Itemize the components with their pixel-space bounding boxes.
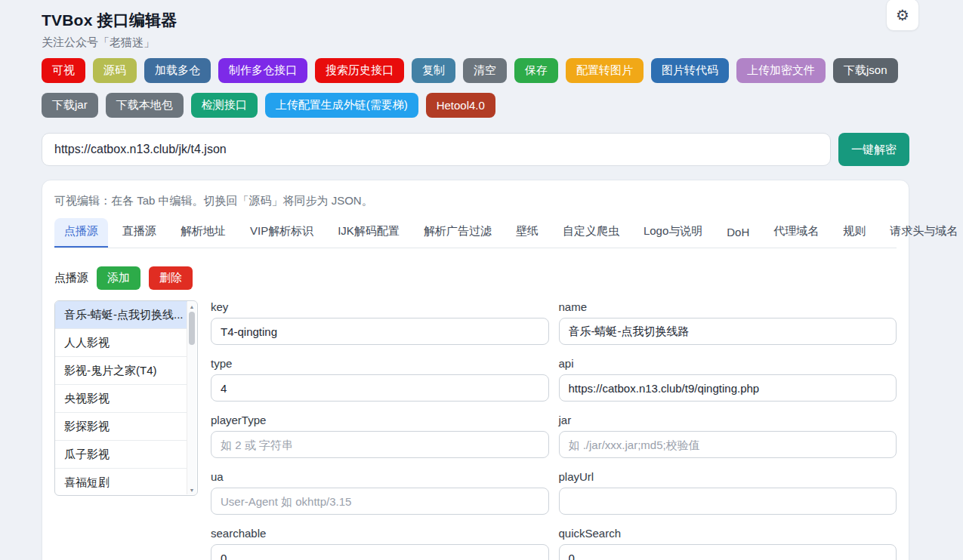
toolbar-row2-button-4[interactable]: Hetool4.0: [426, 93, 495, 118]
toolbar-row-2: 下载jar下载本地包检测接口上传配置生成外链(需要梯)Hetool4.0: [42, 93, 909, 118]
chevron-up-icon[interactable]: ▲: [187, 302, 196, 311]
form-field-type: type: [211, 357, 549, 402]
field-input-jar[interactable]: [559, 431, 897, 458]
field-label: name: [559, 300, 897, 313]
source-list-item[interactable]: 影视-鬼片之家(T4): [55, 357, 187, 385]
toolbar-row1-button-3[interactable]: 制作多仓接口: [218, 58, 307, 83]
field-input-type[interactable]: [211, 374, 549, 402]
tab-2[interactable]: 解析地址: [171, 218, 236, 248]
field-input-api[interactable]: [559, 374, 897, 402]
field-input-ua[interactable]: [211, 488, 549, 515]
field-label: ua: [211, 470, 549, 483]
toolbar-row1-button-6[interactable]: 清空: [463, 58, 507, 83]
field-label: playUrl: [559, 470, 897, 483]
field-label: quickSearch: [559, 527, 897, 540]
field-label: playerType: [211, 414, 549, 426]
form-field-ua: ua: [211, 470, 549, 515]
field-input-playerType[interactable]: [211, 431, 549, 458]
page: TVBox 接口编辑器 关注公众号「老猫迷」 ⚙ 可视源码加载多仓制作多仓接口搜…: [42, 0, 909, 560]
tab-3[interactable]: VIP解析标识: [240, 218, 323, 248]
toolbar-row1-button-7[interactable]: 保存: [514, 58, 558, 83]
form-field-searchable: searchable: [211, 527, 549, 560]
gear-icon: ⚙: [896, 6, 909, 24]
toolbar-row1-button-4[interactable]: 搜索历史接口: [315, 58, 404, 83]
editor-card: 可视编辑：在各 Tab 中编辑。切换回「源码」将同步为 JSON。 点播源直播源…: [42, 180, 909, 560]
url-row: 一键解密: [42, 133, 909, 166]
form-field-playUrl: playUrl: [559, 470, 897, 515]
form-field-quickSearch: quickSearch: [559, 527, 897, 560]
tab-10[interactable]: 代理域名: [764, 218, 829, 248]
source-list-item[interactable]: 影探影视: [55, 413, 187, 441]
scrollbar-thumb[interactable]: [189, 312, 195, 345]
tab-0[interactable]: 点播源: [54, 218, 108, 248]
page-subtitle: 关注公众号「老猫迷」: [42, 35, 909, 50]
section-label: 点播源: [54, 271, 88, 285]
field-label: jar: [559, 414, 897, 426]
section-row: 点播源 添加 删除: [54, 266, 897, 290]
toolbar-row2-button-3[interactable]: 上传配置生成外链(需要梯): [265, 93, 418, 118]
tabs-bar: 点播源直播源解析地址VIP解析标识IJK解码配置解析广告过滤壁纸自定义爬虫Log…: [54, 218, 897, 248]
toolbar-row1-button-8[interactable]: 配置转图片: [566, 58, 644, 83]
toolbar-row1-button-0[interactable]: 可视: [42, 58, 85, 83]
main-row: 音乐-蜻蜓-点我切换线...人人影视影视-鬼片之家(T4)央视影视影探影视瓜子影…: [54, 300, 897, 560]
source-list-item[interactable]: 音乐-蜻蜓-点我切换线...: [55, 301, 187, 329]
toolbar-row2-button-0[interactable]: 下载jar: [42, 93, 98, 118]
toolbar-row-1: 可视源码加载多仓制作多仓接口搜索历史接口复制清空保存配置转图片图片转代码上传加密…: [42, 58, 909, 83]
source-list-item[interactable]: 央视影视: [55, 385, 187, 413]
source-list-item[interactable]: 喜福短剧: [55, 469, 187, 496]
source-list: 音乐-蜻蜓-点我切换线...人人影视影视-鬼片之家(T4)央视影视影探影视瓜子影…: [54, 300, 198, 496]
toolbar-row1-button-11[interactable]: 下载json: [833, 58, 898, 83]
toolbar-row1-button-10[interactable]: 上传加密文件: [736, 58, 826, 83]
tab-5[interactable]: 解析广告过滤: [414, 218, 502, 248]
form-field-playerType: playerType: [211, 414, 549, 458]
field-input-playUrl[interactable]: [559, 488, 897, 515]
source-form: keynametypeapiplayerTypejaruaplayUrlsear…: [211, 300, 897, 560]
tab-9[interactable]: DoH: [717, 220, 759, 248]
tab-1[interactable]: 直播源: [113, 218, 166, 248]
source-list-item[interactable]: 人人影视: [55, 329, 187, 357]
field-label: searchable: [211, 527, 549, 540]
form-field-jar: jar: [559, 414, 897, 458]
toolbar-row1-button-1[interactable]: 源码: [93, 58, 137, 83]
toolbar-row2-button-2[interactable]: 检测接口: [191, 93, 258, 118]
decrypt-button[interactable]: 一键解密: [838, 133, 909, 166]
form-field-key: key: [211, 300, 549, 345]
editor-hint: 可视编辑：在各 Tab 中编辑。切换回「源码」将同步为 JSON。: [54, 194, 897, 208]
toolbar-row1-button-5[interactable]: 复制: [412, 58, 455, 83]
field-input-quickSearch[interactable]: [559, 544, 897, 560]
tab-11[interactable]: 规则: [833, 218, 875, 248]
tab-6[interactable]: 壁纸: [506, 218, 548, 248]
form-field-api: api: [559, 357, 897, 402]
form-field-name: name: [559, 300, 897, 345]
tab-12[interactable]: 请求头与域名: [880, 218, 963, 248]
scrollbar[interactable]: ▲ ▼: [187, 302, 196, 494]
source-list-item[interactable]: 瓜子影视: [55, 441, 187, 469]
field-input-searchable[interactable]: [211, 544, 549, 560]
field-input-key[interactable]: [211, 318, 549, 345]
tab-8[interactable]: Logo与说明: [634, 218, 712, 248]
add-button[interactable]: 添加: [97, 266, 140, 290]
tab-7[interactable]: 自定义爬虫: [553, 218, 629, 248]
field-label: key: [211, 300, 549, 313]
page-title: TVBox 接口编辑器: [42, 10, 909, 31]
chevron-down-icon[interactable]: ▼: [187, 485, 196, 494]
delete-button[interactable]: 删除: [149, 266, 193, 290]
url-input[interactable]: [42, 133, 831, 166]
field-input-name[interactable]: [559, 318, 897, 345]
toolbar-row1-button-9[interactable]: 图片转代码: [651, 58, 729, 83]
tab-4[interactable]: IJK解码配置: [328, 218, 409, 248]
field-label: api: [559, 357, 897, 370]
field-label: type: [211, 357, 549, 370]
settings-button[interactable]: ⚙: [886, 0, 919, 31]
toolbar-row2-button-1[interactable]: 下载本地包: [106, 93, 184, 118]
toolbar-row1-button-2[interactable]: 加载多仓: [144, 58, 211, 83]
